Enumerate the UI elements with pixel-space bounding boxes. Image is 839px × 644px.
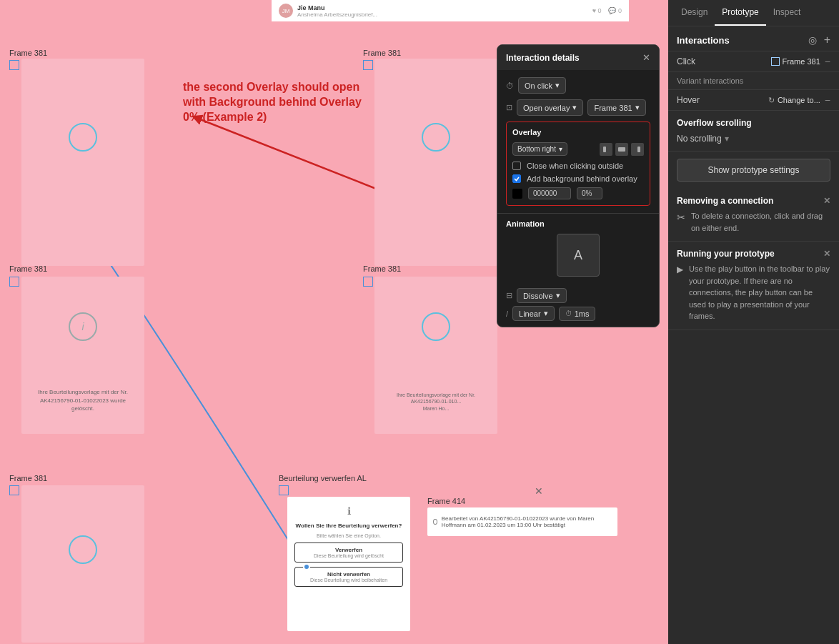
removing-connection-body: ✂ To delete a connection, click and drag…: [677, 210, 830, 234]
animation-section: Animation A ⊟ Dissolve ▾ / Linear ▾: [497, 213, 659, 327]
linear-button[interactable]: Linear ▾: [512, 306, 555, 321]
frame-icon-mr: [363, 277, 373, 287]
trigger-label: On click: [525, 81, 552, 90]
removing-connection-label: Removing a connection: [677, 196, 773, 206]
overlay-position-row: Bottom right ▾: [512, 142, 644, 156]
hover-change-label: Change to...: [778, 96, 820, 104]
frame-selector-button[interactable]: Frame 381 ▾: [587, 99, 645, 116]
dialog-header: Interaction details ✕: [497, 45, 659, 70]
tab-design[interactable]: Design: [674, 0, 715, 26]
close-outside-checkbox[interactable]: [512, 162, 521, 170]
running-prototype-title: Running your prototype ✕: [677, 249, 830, 259]
click-interaction-row: Click Frame 381 −: [668, 51, 839, 72]
tab-inspect[interactable]: Inspect: [766, 0, 808, 26]
position-button[interactable]: Bottom right ▾: [512, 142, 567, 156]
bottom-frame-label: Beurteilung verwerfen AL: [279, 474, 367, 482]
frame-bl: [21, 485, 144, 643]
removing-connection-section: Removing a connection ✕ ✂ To delete a co…: [668, 189, 839, 242]
running-close-icon[interactable]: ✕: [823, 249, 830, 259]
position-label: Bottom right: [517, 145, 556, 153]
frame-chevron: ▾: [635, 103, 640, 112]
dialog-close-icon[interactable]: ✕: [642, 52, 650, 63]
running-prototype-section: Running your prototype ✕ ▶ Use the play …: [668, 242, 839, 330]
hover-frame-tag: ↻ Change to...: [768, 96, 820, 105]
dialog-body: ⏱ On click ▾ ⊡ Open overlay ▾ Frame 381 …: [497, 70, 659, 213]
removing-close-icon[interactable]: ✕: [823, 196, 830, 206]
frame-icon-bl: [9, 485, 19, 495]
close-outside-label: Close when clicking outside: [527, 162, 623, 170]
right-panel: Design Prototype Inspect Interactions ◎ …: [668, 0, 839, 644]
running-desc-text: Use the play button in the toolbar to pl…: [689, 263, 830, 322]
close-overlay-x[interactable]: ✕: [535, 485, 543, 497]
frame-label-mr: Frame 381: [363, 264, 401, 273]
pos-icon-2[interactable]: [615, 143, 628, 156]
target-icon[interactable]: ◎: [808, 34, 817, 46]
pos-icon-3[interactable]: [631, 143, 644, 156]
tab-prototype[interactable]: Prototype: [715, 0, 765, 26]
timing-controls: / Linear ▾ ⏱ 1ms: [506, 306, 650, 321]
animation-title: Animation: [506, 219, 650, 228]
click-left: Click: [677, 56, 695, 66]
frame-ml: i Ihre Beurteilungsvorlage mit der Nr.AK…: [21, 277, 144, 434]
trigger-chevron: ▾: [555, 81, 560, 90]
running-prototype-body: ▶ Use the play button in the toolbar to …: [677, 263, 830, 322]
remove-desc-text: To delete a connection, click and drag o…: [691, 210, 830, 234]
linear-label: Linear: [519, 309, 541, 318]
time-value[interactable]: ⏱ 1ms: [559, 307, 596, 321]
interaction-dialog: Interaction details ✕ ⏱ On click ▾ ⊡ Ope…: [497, 44, 660, 327]
btn-verwerfen[interactable]: Verwerfen Diese Beurteilung wird gelösch…: [294, 543, 403, 563]
hover-change-icon: ↻: [768, 96, 775, 105]
animation-controls: ⊟ Dissolve ▾: [506, 288, 650, 303]
interactions-icon-group: ◎ +: [808, 34, 830, 46]
color-value[interactable]: 000000: [528, 187, 571, 199]
dissolve-button[interactable]: Dissolve ▾: [517, 288, 567, 303]
frame414-card: Bearbeitet von AK42156790-01-01022023 wu…: [427, 507, 617, 536]
frame-label-tl: Frame 381: [9, 49, 47, 57]
frame-mr: Ihre Beurteilungsvorlage mit der Nr.AK42…: [374, 277, 497, 434]
color-swatch[interactable]: [512, 189, 522, 199]
panel-tabs: Design Prototype Inspect: [668, 0, 839, 26]
action-label: Open overlay: [523, 104, 570, 112]
dialog-title: Interaction details: [506, 53, 580, 63]
modal-title: Wollen Sie Ihre Beurteilung verwerfen?: [294, 522, 403, 529]
hover-label: Hover: [677, 95, 700, 105]
canvas: JM Jie Manu Anshelma Arbeitszeugnisbrief…: [0, 0, 668, 644]
play-icon: ▶: [677, 263, 683, 322]
interactions-title: Interactions: [677, 35, 730, 46]
modal-subtitle: Bitte wählen Sie eine Option.: [294, 533, 403, 538]
interactions-header: Interactions ◎ +: [668, 26, 839, 51]
add-background-label: Add background behind overlay: [527, 174, 637, 183]
dissolve-label: Dissolve: [523, 292, 553, 300]
add-background-checkbox[interactable]: [512, 174, 521, 183]
click-frame-label: Frame 381: [783, 57, 820, 66]
add-background-row: Add background behind overlay: [512, 174, 644, 183]
overflow-dropdown[interactable]: No scrolling ▾: [668, 131, 839, 152]
animation-preview: A: [557, 234, 600, 277]
trigger-button[interactable]: On click ▾: [518, 77, 566, 94]
position-icons: [600, 143, 644, 156]
opacity-value[interactable]: 0%: [577, 187, 602, 199]
pos-icon-1[interactable]: [600, 143, 612, 156]
frame-selector-label: Frame 381: [594, 104, 632, 112]
frame-label-tr: Frame 381: [363, 49, 401, 57]
svg-rect-3: [618, 147, 625, 152]
click-frame-icon: [771, 57, 780, 66]
overflow-scrolling-label: Overflow scrolling: [668, 111, 839, 131]
click-label: Click: [677, 56, 695, 66]
position-chevron: ▾: [559, 145, 562, 153]
svg-rect-4: [637, 147, 640, 152]
user-card-strip: JM Jie Manu Anshelma Arbeitszeugnisbrief…: [272, 0, 629, 21]
svg-rect-2: [603, 147, 606, 152]
click-remove-icon[interactable]: −: [825, 56, 830, 67]
hover-row: Hover ↻ Change to... −: [668, 90, 839, 111]
frame-icon-ml: [9, 277, 19, 287]
open-overlay-button[interactable]: Open overlay ▾: [517, 99, 583, 116]
frame-label-bl: Frame 381: [9, 474, 47, 482]
trigger-row: ⏱ On click ▾: [506, 77, 650, 94]
add-interaction-icon[interactable]: +: [824, 34, 830, 46]
click-frame-tag: Frame 381: [771, 57, 820, 66]
show-prototype-settings-button[interactable]: Show prototype settings: [677, 159, 830, 182]
btn-nicht-verwerfen[interactable]: Nicht verwerfen Diese Beurteilung wird b…: [294, 567, 403, 587]
action-chevron: ▾: [572, 103, 577, 112]
hover-remove-icon[interactable]: −: [825, 94, 830, 106]
